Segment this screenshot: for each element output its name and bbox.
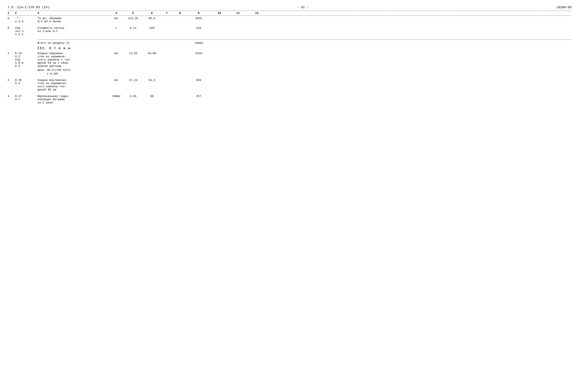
row-desc: Вертикальная гидро- изоляция битумом за …	[37, 95, 109, 104]
row-col9: 4632	[187, 17, 210, 20]
row-col9: 934	[187, 79, 210, 82]
row-col5: 113,26	[124, 17, 143, 20]
col-header-2: 2	[15, 12, 37, 15]
col-header-10: 10	[210, 12, 229, 15]
row-col9: 257	[187, 95, 210, 98]
row-col6: 229	[143, 27, 161, 30]
row-col6: 40,9	[143, 17, 161, 20]
header-title: Т.П. 214-1-270.83 (IV)	[7, 6, 50, 9]
section-3-header: III. С т е н ы	[7, 47, 572, 50]
row-col9: 3210	[187, 52, 210, 55]
table-row: 3 8-27 4-7 Вертикальная гидро- изоляция …	[7, 95, 572, 104]
table-row: 1 8-76 9-3 ССЦ п.6-6 6-4 Кладка наружных…	[7, 52, 572, 75]
row-unit: м3	[109, 52, 124, 55]
row-num: 9	[7, 27, 15, 30]
section-total-value: 13084	[187, 42, 210, 45]
row-unit: т	[109, 27, 124, 30]
section-total-row: Итого по разделу II 13084	[7, 42, 572, 45]
col-header-9: 9	[187, 12, 210, 15]
row-code: ССЦ тех.ч. п.3.1	[15, 27, 37, 36]
table-row: 8 -"- п.3-3 То же, объемом 0,5 м3 и боле…	[7, 17, 572, 23]
column-headers-row1: 1 2 3 4 5 6 7 8 9 10 11 12	[7, 11, 572, 16]
row-desc: То же, объемом 0,5 м3 и более	[37, 17, 109, 23]
row-code: 8-27 4-7	[15, 95, 37, 101]
col-header-1: 1	[7, 12, 15, 15]
col-header-4: 4	[109, 12, 124, 15]
col-header-5: 5	[124, 12, 143, 15]
main-table: 1 2 3 4 5 6 7 8 9 10 11 12 8 -"- п.3-3 Т…	[7, 11, 572, 104]
row-unit: м3	[109, 17, 124, 20]
row-desc: Кладка наружных стен из керамиче- ского …	[37, 52, 109, 75]
row-code: 8-36 5-4	[15, 79, 37, 85]
header-page: - 91 -	[297, 6, 308, 9]
row-unit: 100м2	[109, 95, 124, 98]
row-col5: 2,85	[124, 95, 143, 98]
page-header: Т.П. 214-1-270.83 (IV) - 91 - 19200-05	[7, 6, 572, 9]
row-code: -"- п.3-3	[15, 17, 37, 23]
table-row: 2 8-36 5-4 Кладка внутренних стен из кер…	[7, 79, 572, 91]
row-col6: 34,3	[143, 79, 161, 82]
row-num: 3	[7, 95, 15, 98]
row-unit: м3	[109, 79, 124, 82]
table-row: 9 ССЦ тех.ч. п.3.1 Стоимость петель из с…	[7, 27, 572, 36]
section-total-label: Итого по разделу II	[37, 42, 109, 45]
row-num: 2	[7, 79, 15, 82]
section-3-title: III. С т е н ы	[37, 47, 109, 50]
row-col6: 90	[143, 95, 161, 98]
row-num: 8	[7, 17, 15, 20]
section-divider	[37, 40, 572, 40]
row-col5: 0,71	[124, 27, 143, 30]
col-header-3: 3	[37, 12, 109, 15]
row-num: 1	[7, 52, 15, 55]
row-col5: 72,83	[124, 52, 143, 55]
col-header-12: 12	[247, 12, 266, 15]
row-desc: Кладка внутренних стен из керамичес- ког…	[37, 79, 109, 91]
row-code: 8-76 9-3 ССЦ п.6-6 6-4	[15, 52, 37, 68]
col-header-11: 11	[229, 12, 247, 15]
row-desc: Стоимость петель из стали А-I	[37, 27, 109, 33]
col-header-7: 7	[161, 12, 172, 15]
col-header-8: 8	[172, 12, 187, 15]
header-code: 19200-05	[556, 6, 572, 9]
row-col5: 27,24	[124, 79, 143, 82]
row-col9: 163	[187, 27, 210, 30]
col-header-6: 6	[143, 12, 161, 15]
row-col6: 44,08	[143, 52, 161, 55]
